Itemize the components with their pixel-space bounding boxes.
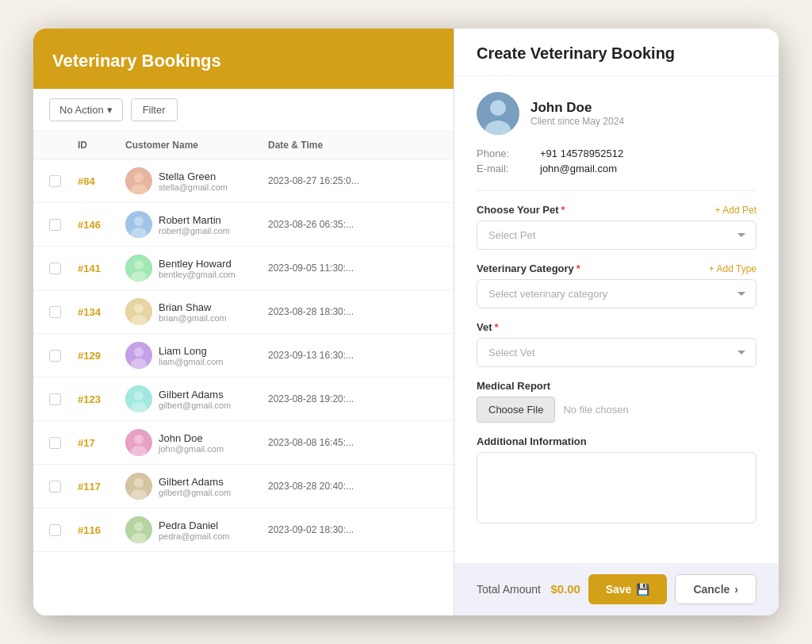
choose-file-button[interactable]: Choose File bbox=[477, 397, 555, 423]
row-checkbox[interactable] bbox=[49, 350, 61, 362]
date-cell: 2023-09-05 11:30:... bbox=[268, 263, 438, 274]
table-row[interactable]: #134 Brian Shaw brian@gmail.com 2023-08-… bbox=[33, 290, 454, 334]
add-type-link[interactable]: + Add Type bbox=[709, 263, 756, 274]
no-file-text: No file chosen bbox=[563, 404, 628, 416]
table-row[interactable]: #141 Bentley Howard bentley@gmail.com 20… bbox=[33, 247, 454, 290]
table-row[interactable]: #123 Gilbert Adams gilbert@gmail.com 202… bbox=[33, 378, 454, 421]
customer-email: gilbert@gmail.com bbox=[159, 401, 231, 410]
date-cell: 2023-08-27 16:25:0... bbox=[268, 175, 438, 186]
customer-name: John Doe bbox=[159, 432, 224, 444]
table-row[interactable]: #146 Robert Martin robert@gmail.com 2023… bbox=[33, 203, 454, 247]
customer-info: Robert Martin robert@gmail.com bbox=[159, 214, 230, 236]
left-panel: Veterinary Bookings No Action ▾ Filter I… bbox=[33, 29, 454, 615]
customer-cell: Bentley Howard bentley@gmail.com bbox=[125, 255, 268, 282]
modal-footer: Total Amount $0.00 Save 💾 Cancle › bbox=[454, 563, 779, 615]
row-checkbox[interactable] bbox=[49, 437, 61, 449]
cancel-button[interactable]: Cancle › bbox=[675, 574, 756, 604]
customer-cell: Liam Long liam@gmail.com bbox=[125, 342, 268, 369]
phone-label: Phone: bbox=[477, 148, 540, 159]
vet-select[interactable]: Select Vet bbox=[477, 338, 756, 367]
row-id: #17 bbox=[78, 437, 125, 449]
svg-point-13 bbox=[134, 347, 144, 357]
email-value: john@gmail.com bbox=[540, 163, 756, 174]
table-row[interactable]: #17 John Doe john@gmail.com 2023-08-08 1… bbox=[33, 421, 454, 465]
modal-header: Create Veterinary Booking bbox=[454, 29, 779, 76]
left-toolbar: No Action ▾ Filter bbox=[33, 89, 454, 132]
medical-label: Medical Report bbox=[477, 380, 756, 392]
row-id: #129 bbox=[78, 350, 125, 362]
save-button[interactable]: Save 💾 bbox=[588, 574, 668, 604]
row-checkbox[interactable] bbox=[49, 175, 61, 187]
customer-info: Pedra Daniel pedra@gmail.com bbox=[159, 519, 229, 541]
table-row[interactable]: #116 Pedra Daniel pedra@gmail.com 2023-0… bbox=[33, 508, 454, 552]
total-amount-row: Total Amount $0.00 bbox=[477, 582, 580, 596]
vet-category-select[interactable]: Select veterinary category bbox=[477, 279, 756, 309]
left-header: Veterinary Bookings bbox=[33, 29, 454, 89]
row-checkbox[interactable] bbox=[49, 263, 61, 274]
table-row[interactable]: #117 Gilbert Adams gilbert@gmail.com 202… bbox=[33, 465, 454, 508]
pet-label-row: Choose Your Pet* + Add Pet bbox=[477, 204, 756, 216]
customer-email: bentley@gmail.com bbox=[159, 270, 236, 279]
total-value: $0.00 bbox=[550, 582, 580, 596]
customer-cell: Gilbert Adams gilbert@gmail.com bbox=[125, 473, 268, 500]
no-action-button[interactable]: No Action ▾ bbox=[49, 98, 123, 121]
svg-point-28 bbox=[490, 100, 506, 116]
add-pet-link[interactable]: + Add Pet bbox=[715, 205, 756, 216]
date-cell: 2023-09-02 18:30:... bbox=[268, 524, 438, 535]
row-checkbox[interactable] bbox=[49, 481, 61, 493]
filter-button[interactable]: Filter bbox=[131, 98, 178, 121]
additional-textarea[interactable] bbox=[477, 452, 756, 523]
avatar bbox=[125, 473, 152, 500]
customer-name: Gilbert Adams bbox=[159, 476, 231, 488]
user-card: John Doe Client since May 2024 bbox=[477, 92, 756, 135]
customer-info: John Doe john@gmail.com bbox=[159, 432, 224, 454]
date-cell: 2023-08-26 06:35:... bbox=[268, 219, 438, 230]
vet-category-label: Veterinary Category* bbox=[477, 263, 580, 274]
customer-cell: Pedra Daniel pedra@gmail.com bbox=[125, 516, 268, 543]
avatar bbox=[125, 255, 152, 282]
customer-cell: Stella Green stella@gmail.com bbox=[125, 167, 268, 194]
customer-email: pedra@gmail.com bbox=[159, 531, 229, 541]
vet-label-row: Vet* bbox=[477, 321, 756, 333]
col-id: ID bbox=[78, 140, 125, 151]
medical-group: Medical Report Choose File No file chose… bbox=[477, 380, 756, 423]
save-icon: 💾 bbox=[636, 583, 649, 596]
customer-info: Stella Green stella@gmail.com bbox=[159, 171, 228, 192]
svg-point-16 bbox=[134, 391, 144, 401]
row-checkbox[interactable] bbox=[49, 393, 61, 405]
page-title: Veterinary Bookings bbox=[52, 51, 435, 71]
svg-point-4 bbox=[134, 217, 144, 226]
row-id: #116 bbox=[78, 524, 125, 536]
customer-email: gilbert@gmail.com bbox=[159, 488, 231, 497]
customer-info: Brian Shaw brian@gmail.com bbox=[159, 301, 227, 323]
row-id: #84 bbox=[78, 175, 125, 187]
chevron-down-icon: ▾ bbox=[107, 104, 113, 116]
pet-label: Choose Your Pet* bbox=[477, 204, 565, 216]
table-row[interactable]: #84 Stella Green stella@gmail.com 2023-0… bbox=[33, 159, 454, 203]
date-cell: 2023-09-13 16:30:... bbox=[268, 350, 438, 361]
row-checkbox[interactable] bbox=[49, 306, 61, 318]
customer-name: Bentley Howard bbox=[159, 258, 236, 270]
modal-title: Create Veterinary Booking bbox=[477, 44, 756, 63]
row-checkbox[interactable] bbox=[49, 219, 61, 231]
customer-email: liam@gmail.com bbox=[159, 357, 223, 366]
col-date: Date & Time bbox=[268, 140, 438, 151]
customer-name: Pedra Daniel bbox=[159, 519, 229, 531]
avatar bbox=[125, 516, 152, 543]
customer-name: Gilbert Adams bbox=[159, 389, 231, 401]
pet-select[interactable]: Select Pet bbox=[477, 220, 756, 250]
avatar bbox=[125, 298, 152, 325]
svg-point-10 bbox=[134, 304, 144, 313]
app-container: Veterinary Bookings No Action ▾ Filter I… bbox=[33, 29, 779, 615]
avatar bbox=[477, 92, 519, 135]
modal-body: John Doe Client since May 2024 Phone: +9… bbox=[454, 76, 779, 563]
additional-label: Additional Information bbox=[477, 435, 756, 447]
table-row[interactable]: #129 Liam Long liam@gmail.com 2023-09-13… bbox=[33, 334, 454, 378]
customer-email: stella@gmail.com bbox=[159, 182, 228, 192]
avatar bbox=[125, 385, 152, 412]
row-checkbox[interactable] bbox=[49, 524, 61, 536]
row-id: #146 bbox=[78, 219, 125, 231]
phone-value: +91 14578952512 bbox=[540, 148, 756, 159]
customer-info: Bentley Howard bentley@gmail.com bbox=[159, 258, 236, 279]
divider bbox=[477, 190, 756, 191]
